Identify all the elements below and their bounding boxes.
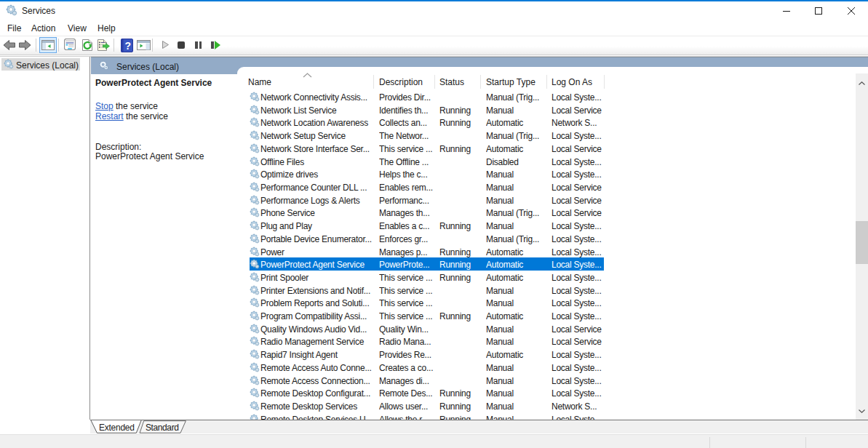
svg-text:?: ? <box>124 40 131 52</box>
